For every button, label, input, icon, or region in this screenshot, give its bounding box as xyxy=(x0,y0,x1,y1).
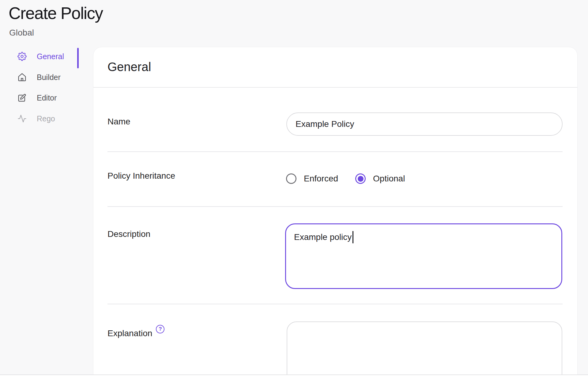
name-input[interactable]: Example Policy xyxy=(286,112,563,136)
radio-optional[interactable] xyxy=(355,173,366,184)
radio-option-enforced[interactable]: Enforced xyxy=(286,173,338,184)
gear-icon xyxy=(17,51,27,61)
name-input-value: Example Policy xyxy=(296,119,354,129)
explanation-label: Explanation xyxy=(107,329,152,338)
policy-inheritance-label: Policy Inheritance xyxy=(107,171,175,181)
row-divider xyxy=(107,304,563,304)
sidebar-item-general[interactable]: General xyxy=(17,51,64,62)
radio-optional-label: Optional xyxy=(373,174,405,183)
sidebar-item-label: General xyxy=(37,53,64,60)
policy-inheritance-radio-group: Enforced Optional xyxy=(286,172,405,186)
viewport-bottom-strip xyxy=(0,374,588,380)
general-panel: General Name Example Policy Policy Inher… xyxy=(93,47,578,380)
sidebar-item-builder[interactable]: Builder xyxy=(17,71,61,83)
edit-icon xyxy=(17,93,27,103)
header-divider xyxy=(93,87,577,88)
page-title: Create Policy xyxy=(9,4,103,23)
explanation-label-row: Explanation ? xyxy=(107,329,164,338)
text-caret xyxy=(352,231,353,243)
row-divider xyxy=(107,206,563,207)
page-subtitle: Global xyxy=(9,28,34,38)
radio-option-optional[interactable]: Optional xyxy=(355,173,405,184)
description-input[interactable]: Example policy xyxy=(285,223,562,289)
description-label: Description xyxy=(107,229,150,239)
question-circle-icon[interactable]: ? xyxy=(156,325,164,333)
sidebar-item-label: Editor xyxy=(37,94,57,102)
name-label: Name xyxy=(107,117,130,127)
row-divider xyxy=(107,151,563,152)
sidebar-item-label: Rego xyxy=(37,115,55,123)
sidebar-item-editor[interactable]: Editor xyxy=(17,92,57,104)
radio-enforced[interactable] xyxy=(286,173,296,184)
activity-icon xyxy=(17,114,27,124)
panel-heading: General xyxy=(107,60,151,74)
create-policy-page: Create Policy Global General Builder Ed xyxy=(0,0,588,380)
sidebar-item-rego: Rego xyxy=(17,113,55,124)
description-input-value: Example policy xyxy=(294,232,352,242)
explanation-input[interactable] xyxy=(287,321,562,380)
active-tab-indicator xyxy=(77,48,79,68)
home-icon xyxy=(17,72,27,82)
sidebar-item-label: Builder xyxy=(37,74,61,81)
radio-enforced-label: Enforced xyxy=(304,174,338,183)
